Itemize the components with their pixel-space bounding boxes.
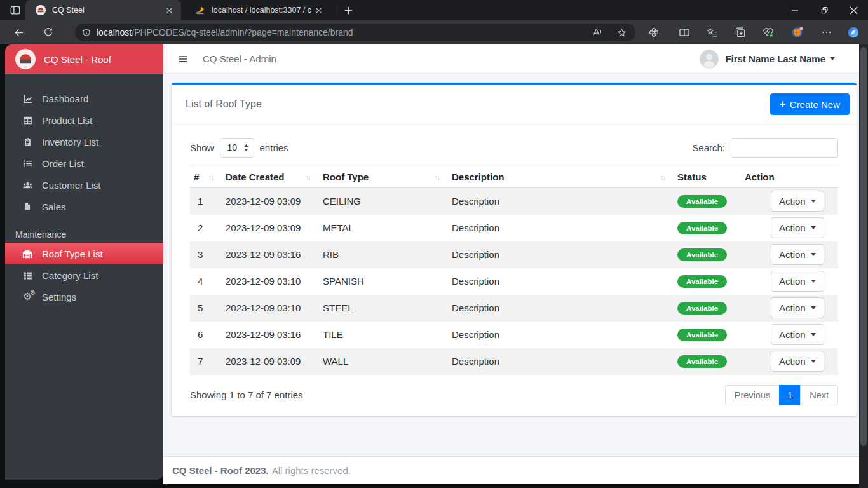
action-dropdown-button[interactable]: Action (771, 297, 824, 318)
sidebar-section-label: Maintenance (5, 226, 163, 243)
table-row: 1 2023-12-09 03:09 CEILING Description A… (190, 188, 838, 215)
action-dropdown-button[interactable]: Action (771, 244, 824, 265)
row-date: 2023-12-09 03:10 (218, 268, 315, 295)
status-badge: Available (677, 329, 727, 341)
status-badge: Available (677, 248, 727, 261)
row-roof-type: RIB (315, 241, 444, 268)
minimize-button[interactable] (780, 0, 810, 20)
screen: CQ Steel localhost / localhost:3307 / cb… (0, 0, 868, 488)
action-dropdown-button[interactable]: Action (771, 271, 824, 292)
row-number: 6 (190, 322, 218, 348)
address-bar[interactable]: localhost/PHPCODES/cq-steel/admin/?page=… (75, 24, 635, 41)
sidebar-item-sales[interactable]: Sales (5, 196, 163, 217)
page-background: CQ Steel - Roof Dashboard Product List I… (0, 44, 868, 488)
users-icon (21, 179, 34, 191)
browser-titlebar: CQ Steel localhost / localhost:3307 / cb… (0, 0, 868, 20)
chevron-down-icon (811, 200, 816, 203)
header-date-created[interactable]: Date Created↑↓ (218, 166, 315, 188)
refresh-icon[interactable] (41, 25, 56, 40)
list-icon (21, 158, 34, 169)
table-info: Showing 1 to 7 of 7 entries (190, 390, 303, 400)
chevron-down-icon (830, 57, 835, 60)
action-dropdown-button[interactable]: Action (771, 324, 824, 345)
action-dropdown-button[interactable]: Action (771, 217, 824, 238)
page-footer: CQ Steel - Roof 2023. All rights reserve… (163, 456, 859, 484)
row-number: 7 (190, 348, 218, 375)
pagination-page-1[interactable]: 1 (779, 385, 801, 405)
header-description[interactable]: Description↑↓ (444, 166, 670, 188)
row-number: 2 (190, 215, 218, 241)
menu-toggle-icon[interactable] (176, 52, 190, 66)
scrollbar-thumb[interactable] (860, 47, 867, 446)
tab-close-icon[interactable] (162, 3, 176, 17)
tab-close-icon[interactable] (311, 3, 325, 17)
user-name: First Name Last Name (725, 53, 825, 64)
extensions-icon[interactable] (646, 25, 661, 40)
copilot-icon[interactable] (846, 25, 861, 40)
sidebar-item-label: Inventory List (42, 137, 98, 147)
page-length-select[interactable]: 10 (220, 138, 254, 158)
pagination-previous[interactable]: Previous (725, 385, 780, 405)
sidebar-item-category-list[interactable]: Category List (5, 264, 163, 286)
sidebar-item-label: Roof Type List (42, 248, 103, 259)
action-dropdown-button[interactable]: Action (771, 191, 824, 212)
split-screen-icon[interactable] (677, 25, 692, 40)
row-number: 1 (190, 188, 218, 215)
new-tab-button[interactable] (341, 3, 356, 17)
back-icon[interactable] (11, 25, 27, 40)
sort-icon: ↑↓ (208, 173, 213, 181)
page-scrollbar[interactable] (859, 44, 868, 488)
top-navbar: CQ Steel - Admin First Name Last Name (163, 44, 859, 74)
chevron-down-icon (811, 360, 816, 363)
close-window-button[interactable] (839, 0, 868, 20)
sidebar-item-customer-list[interactable]: Customer List (5, 174, 163, 196)
sidebar-item-order-list[interactable]: Order List (5, 152, 163, 174)
row-date: 2023-12-09 03:16 (218, 322, 315, 348)
settings-more-icon[interactable] (819, 25, 834, 40)
sidebar-item-settings[interactable]: ⚙⚙ Settings (5, 286, 163, 308)
chevron-down-icon (811, 306, 816, 309)
sidebar-item-label: Category List (42, 270, 98, 281)
restore-button[interactable] (810, 0, 839, 20)
browser-tab-active[interactable]: CQ Steel (25, 0, 181, 20)
sidebar-item-roof-type-list[interactable]: Roof Type List (5, 243, 163, 264)
chevron-down-icon (811, 333, 816, 336)
read-aloud-icon[interactable] (591, 26, 604, 39)
extension-app-icon[interactable] (790, 25, 805, 40)
main-area: CQ Steel - Admin First Name Last Name Li… (163, 44, 859, 484)
brand-logo (15, 49, 36, 69)
status-badge: Available (677, 222, 727, 234)
pagination-next[interactable]: Next (800, 385, 838, 405)
user-menu[interactable]: First Name Last Name (700, 50, 835, 69)
clipboard-icon (21, 136, 34, 147)
cq-steel-favicon (36, 5, 46, 15)
th-list-icon (21, 269, 34, 281)
row-roof-type: SPANISH (315, 268, 444, 295)
sidebar-item-dashboard[interactable]: Dashboard (5, 88, 163, 109)
cogs-icon: ⚙⚙ (21, 291, 34, 302)
favorites-bar-icon[interactable] (705, 25, 720, 40)
table-row: 6 2023-12-09 03:16 TILE Description Avai… (190, 322, 838, 348)
status-badge: Available (677, 355, 727, 368)
favorite-star-icon[interactable] (615, 26, 628, 39)
header-number[interactable]: #↑↓ (190, 166, 218, 188)
row-roof-type: STEEL (315, 295, 444, 322)
sidebar-item-inventory-list[interactable]: Inventory List (5, 131, 163, 152)
create-new-button[interactable]: + Create New (770, 93, 850, 115)
browser-tab-inactive[interactable]: localhost / localhost:3307 / cbpo (185, 0, 330, 20)
navbar-title: CQ Steel - Admin (203, 53, 276, 64)
sort-icon: ↑↓ (306, 173, 310, 181)
browser-essentials-icon[interactable] (761, 25, 776, 40)
sidebar-item-product-list[interactable]: Product List (5, 109, 163, 131)
footer-brand: CQ Steel - Roof 2023. (172, 465, 269, 476)
header-roof-type[interactable]: Roof Type↑↓ (315, 166, 444, 188)
header-status: Status (670, 166, 737, 188)
sidebar-brand[interactable]: CQ Steel - Roof (5, 44, 163, 74)
site-info-icon[interactable] (81, 27, 92, 37)
collections-icon[interactable] (733, 25, 748, 40)
row-number: 3 (190, 241, 218, 268)
workspaces-icon[interactable] (8, 3, 23, 17)
search-input[interactable] (731, 138, 838, 158)
action-dropdown-button[interactable]: Action (771, 351, 824, 372)
row-description: Description (444, 322, 670, 348)
